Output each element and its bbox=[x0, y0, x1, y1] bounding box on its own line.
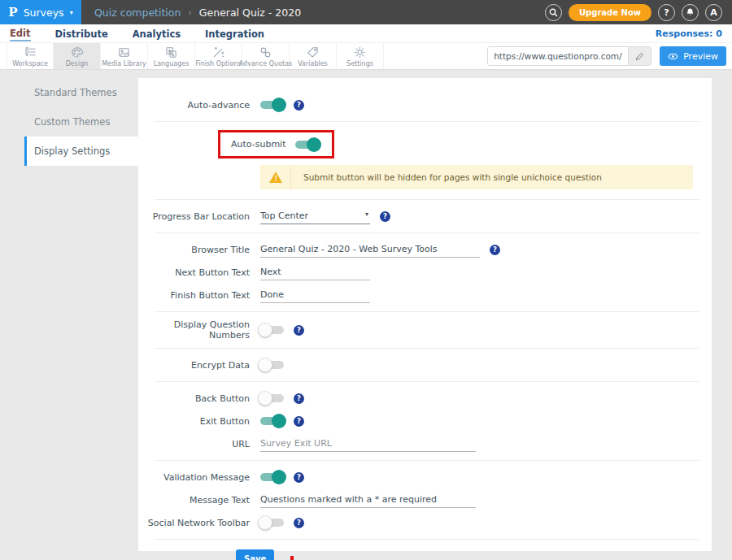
toolbar-item-variables[interactable]: Variables bbox=[290, 43, 337, 69]
product-name: Surveys bbox=[24, 7, 64, 19]
auto-advance-label: Auto-advance bbox=[138, 100, 260, 111]
back-button-toggle[interactable] bbox=[260, 394, 284, 402]
chain-links-icon bbox=[259, 46, 272, 59]
browser-title-help-icon[interactable]: ? bbox=[490, 245, 500, 255]
eye-icon bbox=[668, 53, 678, 60]
next-button-text-input[interactable] bbox=[260, 265, 370, 280]
encrypt-data-label: Encrypt Data bbox=[138, 360, 260, 371]
search-button[interactable] bbox=[545, 4, 562, 21]
auto-advance-help-icon[interactable]: ? bbox=[294, 100, 304, 111]
design-sidebar: Standard Themes Custom Themes Display Se… bbox=[24, 78, 138, 551]
palette-icon bbox=[70, 46, 84, 59]
tag-icon bbox=[306, 46, 320, 59]
encrypt-data-toggle[interactable] bbox=[260, 361, 284, 369]
exit-button-label: Exit Button bbox=[138, 416, 260, 427]
auto-submit-warning: Submit button will be hidden for pages w… bbox=[260, 165, 693, 189]
exit-url-label: URL bbox=[138, 439, 260, 449]
browser-title-label: Browser Title bbox=[138, 245, 260, 255]
edit-toolbar: Workspace Design Media Library Languages… bbox=[0, 43, 732, 70]
divider bbox=[155, 121, 699, 122]
auto-advance-toggle[interactable] bbox=[260, 101, 284, 109]
toolbar-item-workspace[interactable]: Workspace bbox=[7, 43, 54, 69]
toolbar-item-languages[interactable]: Languages bbox=[148, 43, 195, 69]
upgrade-now-button[interactable]: Upgrade Now bbox=[569, 4, 651, 21]
validation-message-toggle[interactable] bbox=[260, 473, 284, 481]
validation-message-label: Validation Message bbox=[138, 472, 260, 483]
account-avatar[interactable]: A bbox=[705, 4, 722, 21]
breadcrumb-survey-title: General Quiz - 2020 bbox=[199, 7, 301, 19]
help-button[interactable]: ? bbox=[658, 4, 675, 21]
divider bbox=[155, 232, 699, 233]
workspace-icon bbox=[24, 46, 37, 59]
validation-message-help-icon[interactable]: ? bbox=[294, 472, 304, 483]
edit-url-button[interactable] bbox=[628, 47, 651, 65]
auto-submit-toggle[interactable] bbox=[295, 141, 319, 149]
pencil-icon bbox=[635, 52, 644, 61]
warning-triangle-icon bbox=[268, 171, 283, 184]
display-question-numbers-help-icon[interactable]: ? bbox=[294, 325, 304, 336]
tab-distribute[interactable]: Distribute bbox=[55, 26, 108, 41]
toolbar-item-design[interactable]: Design bbox=[54, 43, 101, 69]
breadcrumb-separator-icon: › bbox=[188, 7, 191, 18]
finish-button-text-input[interactable] bbox=[260, 288, 370, 303]
bell-icon bbox=[686, 7, 695, 17]
finish-button-text-label: Finish Button Text bbox=[138, 290, 260, 301]
breadcrumb-folder[interactable]: Quiz competition bbox=[94, 7, 181, 19]
toolbar-item-media-library[interactable]: Media Library bbox=[101, 43, 148, 69]
question-icon: ? bbox=[664, 7, 669, 18]
divider bbox=[155, 381, 699, 382]
sidebar-item-custom-themes[interactable]: Custom Themes bbox=[24, 107, 138, 137]
social-network-toolbar-help-icon[interactable]: ? bbox=[294, 518, 304, 528]
exit-url-input[interactable] bbox=[260, 436, 476, 452]
save-button[interactable]: Save bbox=[236, 549, 274, 560]
tab-edit[interactable]: Edit bbox=[10, 25, 31, 41]
notifications-button[interactable] bbox=[682, 4, 699, 21]
exit-button-help-icon[interactable]: ? bbox=[294, 416, 304, 427]
surveys-menu[interactable]: P Surveys ▾ bbox=[0, 0, 81, 24]
save-area: Save bbox=[138, 548, 712, 560]
exit-button-toggle[interactable] bbox=[260, 417, 284, 425]
message-text-label: Message Text bbox=[138, 495, 260, 506]
preview-button[interactable]: Preview bbox=[660, 46, 726, 66]
progress-bar-help-icon[interactable]: ? bbox=[380, 211, 390, 222]
divider bbox=[155, 539, 699, 540]
progress-bar-location-label: Progress Bar Location bbox=[138, 211, 260, 222]
tab-integration[interactable]: Integration bbox=[205, 26, 264, 41]
survey-subnav: Edit Distribute Analytics Integration Re… bbox=[0, 24, 732, 43]
responses-count[interactable]: Responses: 0 bbox=[656, 28, 722, 39]
chevron-down-icon: ▾ bbox=[70, 9, 73, 16]
display-settings-panel: Auto-advance ? Auto-submit Submit button… bbox=[138, 78, 712, 551]
auto-submit-label: Auto-submit bbox=[231, 139, 285, 150]
auto-submit-highlight-box: Auto-submit bbox=[218, 130, 334, 158]
magic-wand-icon bbox=[211, 46, 225, 59]
image-icon bbox=[117, 46, 131, 59]
breadcrumb: Quiz competition › General Quiz - 2020 bbox=[94, 7, 301, 19]
toolbar-item-settings[interactable]: Settings bbox=[337, 43, 384, 69]
gear-icon bbox=[353, 46, 367, 59]
progress-bar-location-select[interactable]: Top Center ▾ bbox=[260, 209, 370, 224]
toolbar-item-finish-options[interactable]: Finish Options bbox=[195, 43, 242, 69]
back-button-help-icon[interactable]: ? bbox=[294, 393, 304, 404]
back-button-label: Back Button bbox=[138, 393, 260, 404]
sidebar-item-standard-themes[interactable]: Standard Themes bbox=[24, 78, 138, 107]
warning-text: Submit button will be hidden for pages w… bbox=[291, 165, 602, 189]
survey-url-input[interactable] bbox=[488, 47, 628, 65]
auto-submit-row: Auto-submit bbox=[218, 130, 712, 158]
display-question-numbers-label: Display Question Numbers bbox=[138, 319, 260, 341]
select-caret-icon: ▾ bbox=[365, 211, 370, 221]
next-button-text-label: Next Button Text bbox=[138, 267, 260, 278]
red-dot-annotation bbox=[290, 556, 294, 560]
toolbar-item-advance-quotas[interactable]: Advance Quotas bbox=[242, 43, 290, 69]
search-icon bbox=[549, 8, 558, 17]
display-question-numbers-toggle[interactable] bbox=[260, 326, 284, 334]
divider bbox=[155, 199, 699, 200]
tab-analytics[interactable]: Analytics bbox=[133, 26, 181, 41]
questionpro-logo: P bbox=[8, 5, 17, 20]
message-text-input[interactable] bbox=[260, 493, 476, 508]
survey-url-group bbox=[487, 46, 651, 66]
social-network-toolbar-toggle[interactable] bbox=[260, 519, 284, 527]
divider bbox=[155, 311, 699, 312]
app-header: P Surveys ▾ Quiz competition › General Q… bbox=[0, 0, 732, 24]
browser-title-input[interactable] bbox=[260, 242, 480, 258]
sidebar-item-display-settings[interactable]: Display Settings bbox=[24, 137, 138, 166]
